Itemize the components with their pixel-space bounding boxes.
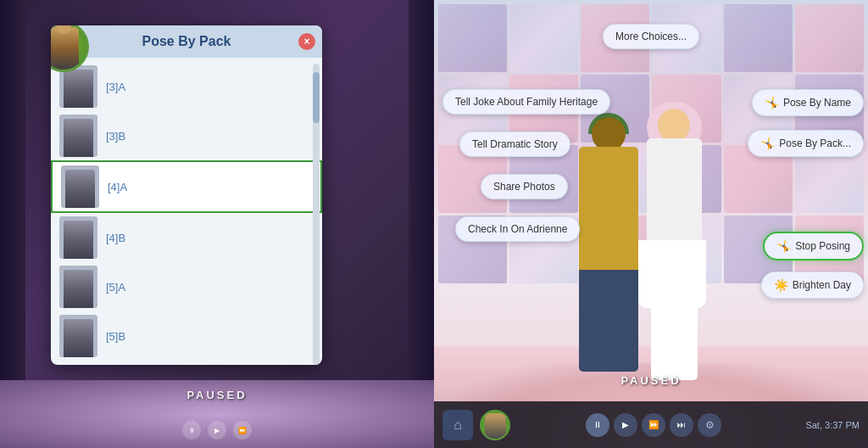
- avatar-head: [56, 25, 71, 34]
- skip-button[interactable]: ⏭: [670, 413, 693, 437]
- brighten-day-button[interactable]: ☀️ Brighten Day: [761, 272, 864, 299]
- pose-item-4a[interactable]: [4]A: [51, 160, 322, 213]
- pose-item-5b[interactable]: [5]B: [51, 311, 322, 361]
- bottom-bar: ⌂ ⏸ ▶ ⏩ ⏭ ⚙ Sat, 3:37 PM: [434, 401, 868, 448]
- speed-settings-button[interactable]: ⚙: [698, 413, 721, 437]
- tell-joke-button[interactable]: Tell Joke About Family Heritage: [442, 89, 610, 115]
- female-skirt: [638, 240, 706, 308]
- right-game-panel: More Choices... Tell Joke About Family H…: [434, 0, 868, 448]
- time-display: Sat, 3:37 PM: [805, 420, 860, 430]
- pose-label: [5]B: [106, 330, 125, 343]
- thumb-figure: [64, 70, 93, 108]
- male-pants: [579, 270, 638, 372]
- pose-thumbnail: [61, 165, 99, 208]
- scrollbar-thumb[interactable]: [313, 72, 320, 123]
- pose-by-pack-button[interactable]: 🤸 Pose By Pack...: [748, 130, 864, 157]
- dialog-header: Pose By Pack ×: [51, 25, 322, 58]
- stop-posing-button[interactable]: 🤸 Stop Posing: [763, 232, 864, 260]
- pose-item-3b[interactable]: [3]B: [51, 111, 322, 160]
- share-photos-button[interactable]: Share Photos: [481, 174, 568, 199]
- more-choices-button[interactable]: More Choices...: [603, 24, 699, 49]
- tell-dramatic-story-button[interactable]: Tell Dramatic Story: [459, 132, 570, 157]
- bottom-avatar-figure: [485, 413, 506, 439]
- female-head: [658, 109, 690, 143]
- pose-item-4b[interactable]: [4]B: [51, 213, 322, 262]
- thumb-figure: [64, 319, 93, 357]
- fast-forward-button[interactable]: ⏩: [642, 413, 665, 437]
- male-head: [592, 117, 626, 151]
- left-game-panel: Pose By Pack × [3]A [3]B [4]A: [0, 0, 434, 448]
- pose-list: [3]A [3]B [4]A [4]B: [51, 58, 322, 365]
- play-button-left[interactable]: ▶: [208, 421, 226, 440]
- pause-button[interactable]: ⏸: [586, 413, 609, 437]
- thumb-figure: [64, 270, 93, 308]
- home-button[interactable]: ⌂: [442, 410, 473, 440]
- brighten-icon: ☀️: [774, 278, 788, 292]
- check-in-button[interactable]: Check In On Adrienne: [455, 216, 580, 242]
- pose-item-3a[interactable]: [3]A: [51, 62, 322, 111]
- thumb-figure: [65, 170, 95, 208]
- avatar-body: [51, 27, 79, 70]
- pose-item-5a[interactable]: [5]A: [51, 262, 322, 311]
- pose-label: [4]A: [108, 181, 127, 193]
- pose-thumbnail: [59, 216, 97, 259]
- pose-label: [4]B: [106, 232, 125, 244]
- pose-label: [3]A: [106, 81, 125, 93]
- stop-posing-icon: 🤸: [776, 239, 791, 253]
- pose-thumbnail: [59, 315, 97, 357]
- thumb-figure: [64, 119, 93, 157]
- pose-by-name-button[interactable]: 🤸 Pose By Name: [752, 89, 864, 116]
- pose-by-pack-dialog: Pose By Pack × [3]A [3]B [4]A: [51, 25, 322, 365]
- pose-label: [3]B: [106, 130, 125, 143]
- pose-thumbnail: [59, 266, 97, 308]
- thumb-figure: [64, 221, 93, 259]
- pose-label: [5]A: [106, 281, 125, 294]
- pose-pack-icon: 🤸: [760, 137, 775, 150]
- female-character: [634, 109, 719, 380]
- play-button[interactable]: ▶: [614, 413, 637, 437]
- female-boots: [651, 300, 698, 380]
- female-body: [647, 138, 702, 249]
- bottom-avatar[interactable]: [480, 410, 510, 440]
- playback-controls: ⏸ ▶ ⏩ ⏭ ⚙: [517, 413, 790, 437]
- paused-text-left: PAUSED: [186, 389, 247, 401]
- pose-thumbnail: [59, 115, 97, 157]
- playback-bar-left: ⏸ ▶ ⏩: [182, 421, 252, 440]
- dialog-title: Pose By Pack: [64, 34, 309, 49]
- male-body: [579, 147, 638, 274]
- pose-icon: 🤸: [765, 96, 779, 109]
- fast-forward-button-left[interactable]: ⏩: [233, 421, 252, 440]
- pause-button-left[interactable]: ⏸: [182, 421, 201, 440]
- dialog-close-button[interactable]: ×: [298, 33, 315, 50]
- scrollbar[interactable]: [313, 64, 320, 365]
- paused-text-right: PAUSED: [620, 374, 681, 387]
